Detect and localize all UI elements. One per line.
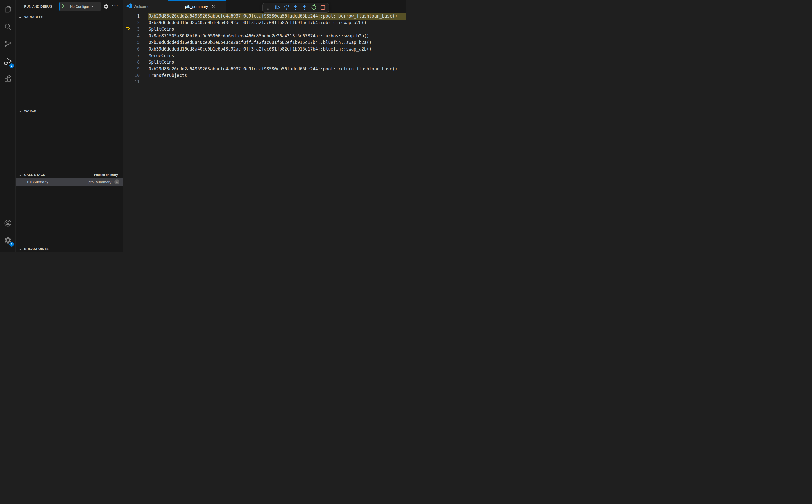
sidebar-item-search[interactable] — [0, 21, 16, 32]
line-text: 0xb39d6dddedd16ed8a40ce0b1e6b43c92acf0ff… — [148, 19, 366, 26]
views-more-actions-button[interactable]: ··· — [111, 3, 119, 10]
extensions-icon — [4, 75, 12, 82]
continue-button[interactable] — [273, 4, 281, 12]
line-text: SplitCoins — [148, 59, 174, 65]
editor-group: Welcome ptb_summary — [123, 0, 406, 252]
section-label: CALL STACK — [24, 173, 45, 177]
line-text: 0x8ae871505a80d8bf6bf9c05906cda6edfeea46… — [148, 32, 369, 39]
code-line[interactable]: 60xb39d6dddedd16ed8a40ce0b1e6b43c92acf0f… — [123, 46, 406, 52]
line-number: 5 — [123, 39, 140, 46]
gripper-icon — [265, 4, 271, 11]
code-line[interactable]: 11 — [123, 79, 406, 85]
line-text: SplitCoins — [148, 26, 174, 32]
continue-icon — [274, 4, 280, 12]
line-number: 4 — [123, 32, 140, 39]
section-label: BREAKPOINTS — [24, 247, 49, 251]
frame-count-badge: 1 — [114, 179, 119, 184]
line-number: 6 — [123, 46, 140, 52]
step-out-icon — [301, 4, 308, 12]
current-line-arrow-icon — [125, 26, 130, 32]
line-text: 0xb39d6dddedd16ed8a40ce0b1e6b43c92acf0ff… — [148, 39, 372, 46]
line-number: 2 — [123, 19, 140, 26]
chevron-down-icon — [18, 109, 22, 114]
debug-status-text: Paused on entry — [94, 173, 118, 177]
section-label: VARIABLES — [24, 15, 43, 19]
chevron-down-icon — [18, 173, 22, 178]
sidebar-item-extensions[interactable] — [0, 73, 16, 85]
line-number: 10 — [123, 72, 140, 79]
restart-icon — [310, 4, 317, 12]
account-icon — [4, 219, 12, 227]
chevron-down-icon — [18, 247, 22, 252]
sidebar-item-explorer[interactable] — [0, 4, 16, 15]
line-number: 1 — [123, 13, 140, 19]
frame-name: PTBSummary — [27, 178, 48, 186]
line-text: 0xb29d83c26cdd2a64959263abbcfc4a6937f0c9… — [148, 65, 397, 72]
accounts-button[interactable] — [0, 217, 16, 229]
step-over-icon — [283, 4, 290, 12]
manage-badge: 1 — [9, 242, 14, 247]
launch-config-gear-button[interactable] — [103, 4, 109, 9]
debug-config-dropdown[interactable]: No Configur — [67, 2, 101, 11]
line-text: 0xb39d6dddedd16ed8a40ce0b1e6b43c92acf0ff… — [148, 46, 372, 52]
stop-icon — [320, 4, 326, 12]
debug-toolbar — [262, 3, 329, 13]
step-into-icon — [292, 4, 299, 12]
line-number: 11 — [123, 79, 140, 85]
call-stack-frame-row[interactable]: PTBSummary ptb_summary 1 — [16, 178, 123, 186]
line-number: 9 — [123, 65, 140, 72]
run-and-debug-sidebar: RUN AND DEBUG No Configur ··· VARIABLES — [16, 0, 123, 252]
step-into-button[interactable] — [292, 4, 299, 12]
search-icon — [4, 23, 12, 30]
stop-button[interactable] — [319, 4, 327, 12]
activity-bar: 1 1 — [0, 0, 16, 252]
close-icon[interactable] — [211, 5, 215, 8]
sidebar-item-run-and-debug[interactable]: 1 — [0, 56, 16, 68]
vscode-logo-icon — [126, 3, 131, 9]
frame-file-label: ptb_summary — [88, 180, 111, 184]
section-divider — [16, 245, 123, 245]
debug-config-label: No Configur — [70, 5, 89, 9]
chevron-down-icon — [18, 15, 22, 20]
debug-badge: 1 — [9, 63, 14, 68]
sidebar-item-source-control[interactable] — [0, 38, 16, 50]
section-header-breakpoints[interactable]: BREAKPOINTS — [16, 246, 123, 252]
code-area[interactable]: 10xb29d83c26cdd2a64959263abbcfc4a6937f0c… — [123, 13, 406, 252]
code-line[interactable]: 3SplitCoins — [123, 26, 406, 32]
section-label: WATCH — [24, 109, 36, 113]
line-number: 8 — [123, 59, 140, 65]
tab-ptb-summary[interactable]: ptb_summary — [168, 0, 226, 13]
code-line[interactable]: 50xb39d6dddedd16ed8a40ce0b1e6b43c92acf0f… — [123, 39, 406, 46]
code-line[interactable]: 10xb29d83c26cdd2a64959263abbcfc4a6937f0c… — [123, 13, 406, 19]
code-line[interactable]: 40x8ae871505a80d8bf6bf9c05906cda6edfeea4… — [123, 32, 406, 39]
tab-welcome[interactable]: Welcome — [123, 0, 168, 13]
restart-button[interactable] — [310, 4, 318, 12]
line-number: 7 — [123, 52, 140, 59]
section-header-watch[interactable]: WATCH — [16, 108, 123, 114]
start-debug-button[interactable] — [59, 2, 67, 11]
section-divider — [16, 171, 123, 171]
step-out-button[interactable] — [301, 4, 308, 12]
step-over-button[interactable] — [282, 4, 290, 12]
line-text: 0xb29d83c26cdd2a64959263abbcfc4a6937f0c9… — [148, 13, 397, 19]
manage-button[interactable]: 1 — [0, 234, 16, 246]
play-icon — [61, 4, 65, 9]
code-line[interactable]: 10TransferObjects — [123, 72, 406, 79]
files-icon — [4, 6, 12, 13]
tab-label: ptb_summary — [185, 4, 208, 9]
line-text: TransferObjects — [148, 72, 187, 79]
code-line[interactable]: 90xb29d83c26cdd2a64959263abbcfc4a6937f0c… — [123, 65, 406, 72]
source-control-icon — [4, 40, 12, 48]
debug-config-control: No Configur — [59, 2, 101, 11]
code-line[interactable]: 8SplitCoins — [123, 59, 406, 65]
toolbar-drag-handle[interactable] — [264, 4, 272, 12]
chevron-down-icon — [91, 5, 94, 9]
sidebar-title: RUN AND DEBUG — [24, 0, 52, 13]
code-lines: 10xb29d83c26cdd2a64959263abbcfc4a6937f0c… — [123, 13, 406, 85]
section-header-call-stack[interactable]: CALL STACK Paused on entry — [16, 172, 123, 178]
section-header-variables[interactable]: VARIABLES — [16, 14, 123, 20]
code-line[interactable]: 20xb39d6dddedd16ed8a40ce0b1e6b43c92acf0f… — [123, 19, 406, 26]
code-line[interactable]: 7MergeCoins — [123, 52, 406, 59]
list-file-icon — [179, 4, 183, 9]
tab-label: Welcome — [134, 4, 149, 9]
